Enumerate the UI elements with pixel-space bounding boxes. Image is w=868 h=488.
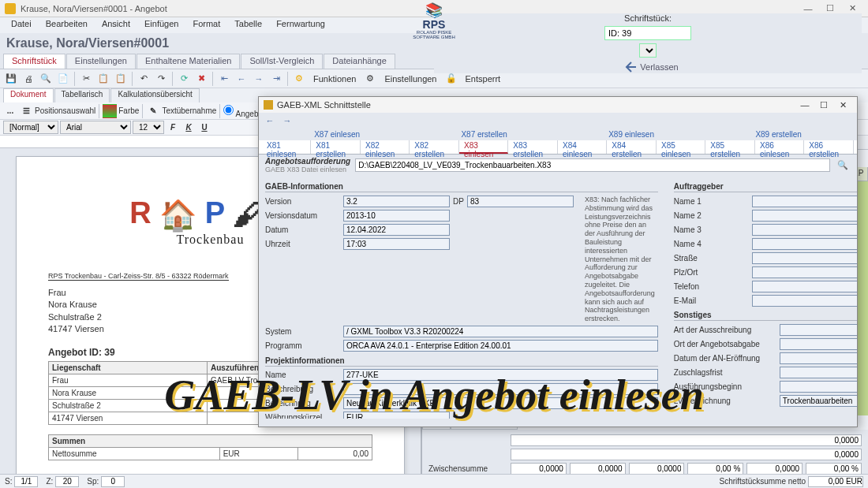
dtab-x86er[interactable]: X86 erstellen	[804, 140, 854, 154]
d-nav2-icon[interactable]: →	[279, 113, 295, 129]
subtab-kalkulation[interactable]: Kalkulationsübersicht	[110, 88, 200, 102]
versionsdatum-input[interactable]	[343, 210, 450, 222]
name4-input[interactable]	[752, 238, 857, 250]
farbe-label[interactable]: Farbe	[118, 106, 139, 115]
search-icon[interactable]: 🔍	[835, 158, 851, 173]
datum-input[interactable]	[343, 224, 450, 236]
redo-icon[interactable]: ↷	[153, 71, 169, 87]
tab-dateianhaenge[interactable]: Dateianhänge	[324, 54, 395, 69]
projekt-name-input[interactable]	[343, 369, 658, 381]
dtab-x84er[interactable]: X84 erstellen	[607, 140, 657, 154]
art-input[interactable]	[780, 324, 857, 336]
undo-icon[interactable]: ↶	[136, 71, 152, 87]
name3-input[interactable]	[752, 224, 857, 236]
menu-datei[interactable]: Datei	[5, 17, 38, 33]
dtab-x84e[interactable]: X84 einlesen	[558, 140, 607, 154]
zwischensumme-input[interactable]	[511, 463, 567, 475]
gear-icon[interactable]: ⚙	[362, 71, 378, 87]
plz-input[interactable]	[752, 266, 857, 278]
menu-fernwartung[interactable]: Fernwartung	[270, 17, 331, 33]
preview-icon[interactable]: 🔍	[38, 71, 54, 87]
italic-button[interactable]: K	[181, 121, 196, 135]
menu-format[interactable]: Format	[186, 17, 226, 33]
tab-schriftstueck[interactable]: Schriftstück	[3, 54, 65, 69]
dialog-max-button[interactable]: ☐	[814, 100, 833, 110]
ausf-beginn-input[interactable]	[780, 381, 857, 393]
text-icon[interactable]: ✎	[146, 104, 160, 118]
uhrzeit-input[interactable]	[343, 238, 450, 250]
menu-einfuegen[interactable]: Einfügen	[138, 17, 185, 33]
nav-last-icon[interactable]: ⇥	[268, 71, 284, 87]
dgroup-x87e[interactable]: X87 einlesen	[314, 130, 360, 139]
d-nav1-icon[interactable]: ←	[262, 113, 278, 129]
print-icon[interactable]: 🖨	[21, 71, 36, 87]
dgroup-x89er[interactable]: X89 erstellen	[755, 130, 801, 139]
pdf-icon[interactable]: 📄	[55, 71, 71, 87]
delete-icon[interactable]: ✖	[193, 71, 209, 87]
subtab-tabellarisch[interactable]: Tabellarisch	[54, 88, 110, 102]
dp-input[interactable]	[467, 196, 574, 207]
dgroup-x87er[interactable]: X87 erstellen	[461, 130, 507, 139]
color-icon[interactable]	[103, 104, 117, 118]
dtab-x81e[interactable]: X81 einlesen	[262, 140, 311, 154]
nav-next-icon[interactable]: →	[251, 71, 267, 87]
dtab-x82er[interactable]: X82 erstellen	[410, 140, 459, 154]
list-icon[interactable]: ☰	[19, 104, 33, 118]
style-select[interactable]: [Normal]	[3, 121, 58, 134]
programm-input[interactable]	[343, 340, 658, 352]
lv-bez-input[interactable]	[780, 395, 857, 407]
browse-icon[interactable]: ...	[3, 104, 17, 118]
dtab-x86e[interactable]: X86 einlesen	[755, 140, 804, 154]
dtab-x81er[interactable]: X81 erstellen	[311, 140, 361, 154]
positionsauswahl-label[interactable]: Positionsauswahl	[35, 106, 95, 115]
underline-button[interactable]: U	[197, 121, 211, 135]
name1-input[interactable]	[752, 196, 857, 207]
nav-first-icon[interactable]: ⇤	[216, 71, 232, 87]
zuschlag-input[interactable]	[780, 367, 857, 378]
tab-sollist[interactable]: Soll/Ist-Vergleich	[241, 54, 323, 69]
email-input[interactable]	[752, 295, 857, 307]
subtab-dokument[interactable]: Dokument	[3, 88, 54, 102]
name2-input[interactable]	[752, 210, 857, 222]
verlassen-button[interactable]: Verlassen	[625, 61, 678, 73]
dialog-min-button[interactable]: —	[795, 100, 814, 110]
system-input[interactable]	[343, 326, 658, 337]
file-path-input[interactable]	[355, 158, 830, 172]
dialog-close-button[interactable]: ✕	[833, 100, 852, 110]
textuebernahme-label[interactable]: Textübernahme	[162, 106, 216, 115]
menu-ansicht[interactable]: Ansicht	[95, 17, 137, 33]
beschreibung-input[interactable]	[343, 383, 658, 395]
wkurz-input[interactable]	[343, 412, 450, 419]
menu-tabelle[interactable]: Tabelle	[228, 17, 268, 33]
unlock-icon[interactable]: 🔓	[443, 71, 459, 87]
tab-materialien[interactable]: Enthaltene Materialien	[137, 54, 240, 69]
strasse-input[interactable]	[752, 252, 857, 264]
cut-icon[interactable]: ✂	[78, 71, 94, 87]
telefon-input[interactable]	[752, 281, 857, 292]
size-select[interactable]: 12	[133, 121, 164, 134]
einstellungen-button[interactable]: Einstellungen	[380, 74, 441, 84]
nav-prev-icon[interactable]: ←	[234, 71, 249, 87]
refresh-icon[interactable]: ⟳	[176, 71, 192, 87]
dtab-x85er[interactable]: X85 erstellen	[705, 140, 755, 154]
dgroup-x89e[interactable]: X89 einlesen	[608, 130, 654, 139]
star-icon[interactable]: ⚙	[291, 71, 307, 87]
bezeichnung-input[interactable]	[343, 397, 658, 409]
schriftstueck-dropdown[interactable]	[639, 43, 657, 58]
dtab-x85e[interactable]: X85 einlesen	[657, 140, 705, 154]
funktionen-button[interactable]: Funktionen	[309, 74, 361, 84]
save-icon[interactable]: 💾	[3, 71, 19, 87]
datum-an-input[interactable]	[780, 352, 857, 364]
tab-einstellungen[interactable]: Einstellungen	[66, 54, 136, 69]
version-input[interactable]	[343, 196, 450, 207]
bold-button[interactable]: F	[166, 121, 180, 135]
dtab-x82e[interactable]: X82 einlesen	[361, 140, 410, 154]
z-input[interactable]	[55, 476, 79, 487]
page-input[interactable]	[14, 476, 38, 487]
dtab-x83er[interactable]: X83 erstellen	[508, 140, 558, 154]
menu-bearbeiten[interactable]: Bearbeiten	[39, 17, 94, 33]
paste-icon[interactable]: 📋	[113, 71, 129, 87]
sp-input[interactable]	[101, 476, 125, 487]
copy-icon[interactable]: 📋	[95, 71, 111, 87]
font-select[interactable]: Arial	[60, 121, 131, 134]
